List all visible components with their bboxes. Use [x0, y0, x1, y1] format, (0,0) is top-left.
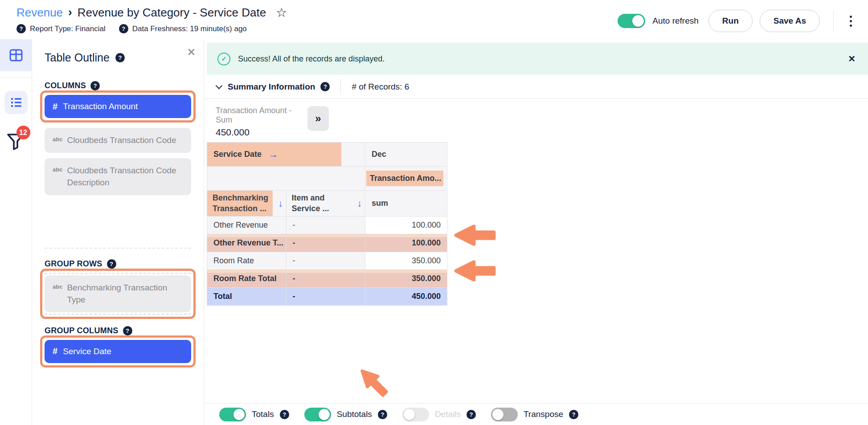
toggle-knob — [492, 409, 504, 420]
totals-toggle[interactable] — [219, 408, 246, 421]
help-icon[interactable]: ? — [320, 82, 330, 91]
empty-header-cell — [207, 167, 365, 191]
measure-label-cell: Transaction Amo... — [365, 167, 447, 191]
top-bar: Revenue › Revenue by Category - Service … — [0, 0, 868, 39]
save-as-button[interactable]: Save As — [760, 10, 820, 32]
annotation-highlight-box: # Service Date — [40, 335, 196, 368]
help-icon[interactable]: ? — [123, 326, 132, 335]
row-amount-cell: 350.000 — [365, 252, 447, 270]
success-banner: ✓ Success! All of the records are displa… — [207, 43, 868, 75]
field-pill-cloudbeds-transaction-code[interactable]: abc Cloudbeds Transaction Code — [45, 128, 191, 153]
row-value-cell: - — [286, 217, 365, 234]
top-bar-left: Revenue › Revenue by Category - Service … — [16, 5, 287, 33]
table-icon — [9, 48, 23, 62]
help-icon[interactable]: ? — [280, 410, 289, 419]
breadcrumb-separator-icon: › — [68, 5, 72, 19]
help-icon[interactable]: ? — [16, 24, 26, 33]
rail-item-table-outline[interactable] — [0, 39, 32, 71]
app-body: 12 ✕ Table Outline ? COLUMNS ? # Transac… — [0, 39, 868, 425]
annotation-arrow-left-icon — [452, 224, 498, 247]
totals-toggle-group: Totals ? — [219, 408, 289, 421]
arrow-right-icon: → — [269, 149, 278, 160]
main-area: ✓ Success! All of the records are displa… — [204, 39, 868, 425]
column-group-label-cell: Service Date → — [207, 143, 365, 167]
pivot-table: Service Date → Dec Transaction Amo... — [207, 142, 447, 306]
row-header-item-service[interactable]: Item and Service ... ↓ — [286, 191, 365, 217]
divider — [340, 79, 341, 94]
records-count: # of Records: 6 — [352, 82, 409, 92]
help-icon[interactable]: ? — [467, 410, 476, 419]
table-row: Other Revenue - 100.000 — [207, 217, 447, 234]
total-row: Total - 450.000 — [207, 288, 447, 306]
sort-descending-icon[interactable]: ↓ — [357, 198, 362, 209]
data-freshness-label: Data Freshness: 19 minute(s) ago — [132, 25, 247, 33]
row-value-cell: - — [286, 270, 365, 288]
transpose-toggle-group: Transpose ? — [491, 408, 578, 421]
report-meta: ? Report Type: Financial ? Data Freshnes… — [16, 24, 287, 33]
breadcrumb-root-link[interactable]: Revenue — [16, 6, 63, 20]
toggle-knob — [404, 409, 415, 420]
run-button[interactable]: Run — [708, 10, 753, 32]
help-icon[interactable]: ? — [119, 24, 128, 33]
rail-item-list[interactable] — [4, 91, 28, 114]
annotation-highlight: Transaction Amo... — [366, 171, 443, 186]
field-pill-benchmarking-transaction-type[interactable]: abc Benchmarking Transaction Type — [45, 275, 191, 312]
rail-item-filters[interactable]: 12 — [6, 133, 26, 152]
annotation-highlight-box: # Transaction Amount — [40, 90, 196, 123]
subtotals-toggle[interactable] — [304, 408, 331, 421]
auto-refresh-label: Auto refresh — [652, 16, 699, 26]
top-bar-actions: Auto refresh Run Save As — [618, 10, 856, 32]
row-value-cell: - — [286, 234, 365, 252]
toggle-knob — [632, 15, 644, 27]
favorite-star-icon[interactable]: ☆ — [276, 5, 287, 20]
help-icon[interactable]: ? — [569, 410, 578, 419]
panel-close-icon[interactable]: ✕ — [187, 46, 196, 58]
metric-value: 450.000 — [216, 127, 307, 138]
help-icon[interactable]: ? — [107, 259, 116, 269]
row-amount-cell: 100.000 — [365, 234, 447, 252]
annotation-arrow-down-left-icon — [352, 361, 395, 404]
summary-information-bar: Summary Information ? # of Records: 6 — [204, 75, 868, 99]
auto-refresh-toggle[interactable] — [618, 14, 645, 28]
details-toggle[interactable] — [402, 408, 429, 421]
expand-summary-button[interactable]: » — [307, 106, 329, 131]
sort-descending-icon[interactable]: ↓ — [278, 198, 283, 209]
icon-rail: 12 — [0, 39, 32, 425]
column-group-header-row: Service Date → Dec — [207, 143, 447, 167]
row-header-benchmarking[interactable]: Benchmarking Transaction ... ↓ — [207, 191, 287, 217]
success-banner-text: Success! All of the records are displaye… — [238, 54, 385, 64]
report-type: ? Report Type: Financial — [16, 24, 106, 33]
panel-title: Table Outline — [45, 51, 110, 64]
text-type-icon: abc — [53, 135, 62, 144]
chevron-down-icon[interactable] — [216, 82, 223, 90]
field-pill-service-date[interactable]: # Service Date — [45, 340, 191, 363]
toggle-knob — [233, 409, 245, 420]
subtotal-row: Other Revenue T... - 100.000 — [207, 234, 447, 252]
list-icon — [9, 95, 23, 110]
kebab-menu-icon[interactable] — [845, 12, 856, 30]
row-label-cell: Other Revenue — [207, 217, 287, 234]
drop-zone: abc Benchmarking Transaction Type — [45, 273, 191, 315]
transpose-toggle[interactable] — [491, 408, 518, 421]
field-pill-transaction-amount[interactable]: # Transaction Amount — [45, 95, 191, 118]
row-amount-cell: 450.000 — [365, 288, 447, 306]
details-label: Details — [435, 409, 461, 419]
row-amount-cell: 100.000 — [365, 217, 447, 234]
row-label-cell: Room Rate Total — [207, 270, 287, 288]
metric-label: Transaction Amount - Sum — [216, 106, 307, 125]
subtotals-label: Subtotals — [337, 409, 372, 419]
summary-information-label: Summary Information — [228, 82, 315, 92]
help-icon[interactable]: ? — [90, 81, 100, 90]
report-type-label: Report Type: Financial — [30, 25, 106, 33]
banner-close-icon[interactable]: ✕ — [848, 53, 856, 64]
breadcrumb: Revenue › Revenue by Category - Service … — [16, 5, 287, 20]
help-icon[interactable]: ? — [378, 410, 387, 419]
row-label-cell: Total — [207, 288, 287, 306]
field-pill-cloudbeds-transaction-code-description[interactable]: abc Cloudbeds Transaction Code Descripti… — [45, 158, 191, 195]
data-freshness: ? Data Freshness: 19 minute(s) ago — [119, 24, 247, 33]
text-type-icon: abc — [53, 166, 62, 174]
help-icon[interactable]: ? — [115, 53, 125, 62]
totals-label: Totals — [252, 409, 274, 419]
success-check-icon: ✓ — [217, 53, 230, 65]
annotation-highlight: Service Date → — [207, 143, 341, 166]
